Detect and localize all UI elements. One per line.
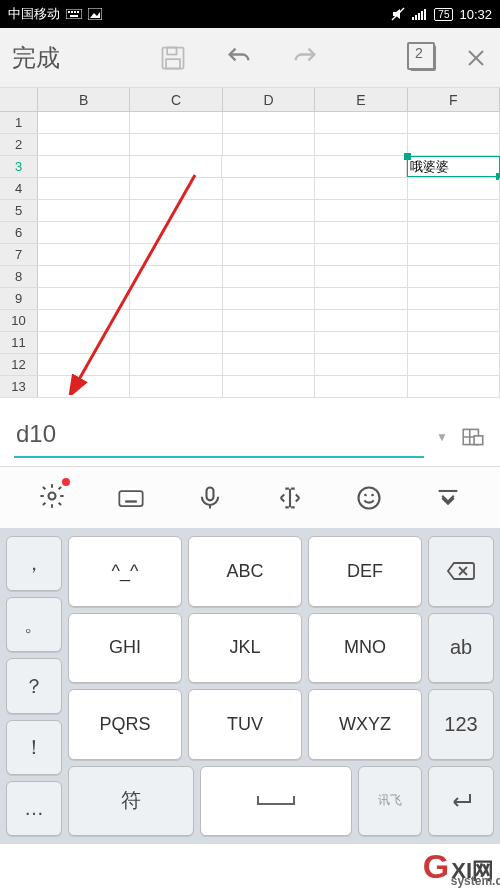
cell[interactable] <box>130 266 222 287</box>
row-header[interactable]: 12 <box>0 354 38 375</box>
cell[interactable] <box>130 354 222 375</box>
key-punct[interactable]: 。 <box>6 597 62 652</box>
key-ime-hint[interactable]: 讯飞 <box>358 766 422 837</box>
cell[interactable] <box>223 134 315 155</box>
cell[interactable] <box>130 376 222 397</box>
key-mode-ab[interactable]: ab <box>428 613 494 684</box>
cell[interactable] <box>38 200 130 221</box>
cell[interactable] <box>130 200 222 221</box>
spreadsheet-grid[interactable]: B C D E F 123哦婆婆45678910111213 <box>0 88 500 398</box>
cell[interactable] <box>130 112 222 133</box>
cell[interactable] <box>315 134 407 155</box>
key-letter[interactable]: MNO <box>308 613 422 684</box>
row-header[interactable]: 11 <box>0 332 38 353</box>
cell[interactable] <box>38 134 130 155</box>
row-header[interactable]: 10 <box>0 310 38 331</box>
cell[interactable] <box>130 288 222 309</box>
cell[interactable] <box>38 332 130 353</box>
col-header-e[interactable]: E <box>315 88 407 111</box>
cell[interactable] <box>223 244 315 265</box>
key-letter[interactable]: ^_^ <box>68 536 182 607</box>
cell[interactable] <box>38 222 130 243</box>
row-header[interactable]: 1 <box>0 112 38 133</box>
key-letter[interactable]: DEF <box>308 536 422 607</box>
cell[interactable] <box>408 200 500 221</box>
sheets-button[interactable]: 2 <box>410 45 436 71</box>
cell[interactable] <box>408 134 500 155</box>
cell[interactable] <box>223 222 315 243</box>
key-letter[interactable]: TUV <box>188 689 302 760</box>
cell[interactable] <box>315 156 407 177</box>
key-backspace[interactable] <box>428 536 494 607</box>
cell[interactable] <box>408 112 500 133</box>
cell[interactable] <box>223 288 315 309</box>
key-letter[interactable]: PQRS <box>68 689 182 760</box>
cell[interactable] <box>315 112 407 133</box>
cursor-icon[interactable] <box>276 484 304 512</box>
row-header[interactable]: 13 <box>0 376 38 397</box>
cell[interactable] <box>223 332 315 353</box>
cell[interactable] <box>223 266 315 287</box>
collapse-icon[interactable] <box>434 484 462 512</box>
cell-ref-icon[interactable] <box>460 424 486 450</box>
key-letter[interactable]: ABC <box>188 536 302 607</box>
cell[interactable] <box>223 178 315 199</box>
save-icon[interactable] <box>159 44 187 72</box>
cell[interactable] <box>38 244 130 265</box>
cell[interactable] <box>130 178 222 199</box>
row-header[interactable]: 4 <box>0 178 38 199</box>
cell[interactable] <box>408 244 500 265</box>
cell[interactable] <box>130 244 222 265</box>
row-header[interactable]: 5 <box>0 200 38 221</box>
formula-input[interactable] <box>14 416 424 458</box>
cell[interactable] <box>408 222 500 243</box>
key-letter[interactable]: JKL <box>188 613 302 684</box>
col-header-b[interactable]: B <box>38 88 130 111</box>
cell[interactable] <box>223 376 315 397</box>
cell[interactable] <box>222 156 314 177</box>
row-header[interactable]: 9 <box>0 288 38 309</box>
cell[interactable] <box>408 266 500 287</box>
cell[interactable] <box>315 332 407 353</box>
cell[interactable] <box>38 266 130 287</box>
cell[interactable] <box>38 310 130 331</box>
cell[interactable] <box>315 288 407 309</box>
done-button[interactable]: 完成 <box>12 42 60 74</box>
key-enter[interactable] <box>428 766 494 837</box>
cell[interactable] <box>223 310 315 331</box>
close-icon[interactable] <box>464 46 488 70</box>
cell[interactable] <box>38 288 130 309</box>
mic-icon[interactable] <box>196 484 224 512</box>
cell[interactable] <box>130 332 222 353</box>
col-header-c[interactable]: C <box>130 88 222 111</box>
cell[interactable] <box>223 112 315 133</box>
row-header[interactable]: 3 <box>0 156 38 177</box>
key-symbols[interactable]: 符 <box>68 766 194 837</box>
cell[interactable] <box>315 222 407 243</box>
cell[interactable] <box>408 332 500 353</box>
cell[interactable] <box>408 178 500 199</box>
col-header-d[interactable]: D <box>223 88 315 111</box>
key-letter[interactable]: GHI <box>68 613 182 684</box>
cell[interactable] <box>130 156 222 177</box>
cell[interactable] <box>38 376 130 397</box>
cell[interactable] <box>315 354 407 375</box>
key-mode-123[interactable]: 123 <box>428 689 494 760</box>
corner-cell[interactable] <box>0 88 38 111</box>
key-punct[interactable]: … <box>6 781 62 836</box>
row-header[interactable]: 2 <box>0 134 38 155</box>
cell[interactable] <box>223 200 315 221</box>
cell[interactable] <box>130 222 222 243</box>
cell[interactable] <box>315 376 407 397</box>
key-punct[interactable]: ， <box>6 536 62 591</box>
key-space[interactable] <box>200 766 351 837</box>
key-letter[interactable]: WXYZ <box>308 689 422 760</box>
cell[interactable] <box>408 354 500 375</box>
cell[interactable] <box>38 156 130 177</box>
cell[interactable] <box>38 112 130 133</box>
cell[interactable] <box>223 354 315 375</box>
cell[interactable] <box>130 310 222 331</box>
cell[interactable] <box>38 178 130 199</box>
cell[interactable] <box>315 310 407 331</box>
cell[interactable] <box>315 178 407 199</box>
